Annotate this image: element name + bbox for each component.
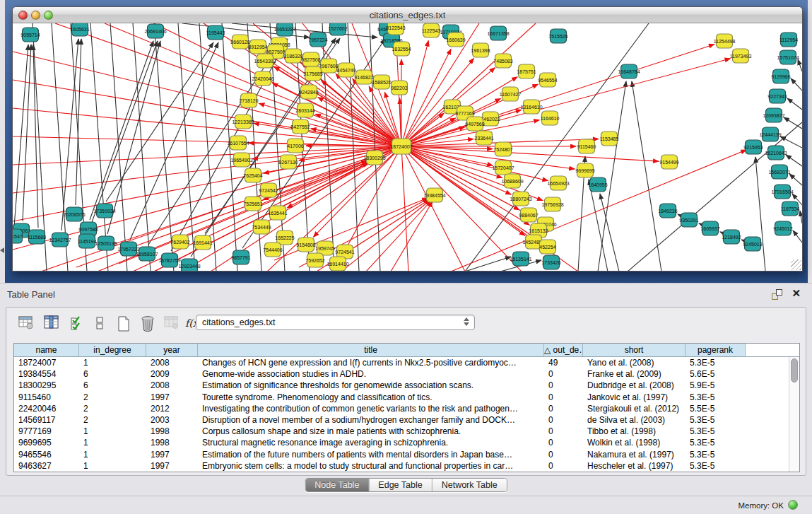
- table-cell[interactable]: 2008: [146, 380, 198, 391]
- graph-node[interactable]: 1660639: [446, 33, 465, 47]
- graph-node[interactable]: 1588520: [372, 75, 391, 89]
- table-cell[interactable]: Tourette syndrome. Phenomenology and cla…: [198, 392, 544, 403]
- graph-node[interactable]: 19756928: [541, 197, 563, 211]
- graph-node[interactable]: 417006: [287, 139, 303, 153]
- table-cell[interactable]: 1997: [146, 449, 198, 460]
- table-cell[interactable]: 0: [544, 380, 583, 391]
- graph-node[interactable]: 16543392: [254, 54, 276, 68]
- table-row[interactable]: 1456911722003Disruption of a novel membe…: [14, 414, 799, 426]
- tab-node-table[interactable]: Node Table: [305, 479, 369, 491]
- table-cell[interactable]: 2009: [146, 368, 198, 380]
- graph-node[interactable]: 9154808: [296, 238, 315, 252]
- table-cell[interactable]: Jankovic et al. (1997): [583, 392, 686, 403]
- graph-node[interactable]: 9055714: [20, 28, 40, 42]
- graph-node[interactable]: 2718126: [239, 93, 258, 107]
- graph-node[interactable]: 2336441: [474, 131, 493, 145]
- graph-node[interactable]: 9546554: [538, 73, 557, 87]
- panel-collapse-arrow-icon[interactable]: [0, 247, 4, 253]
- table-row[interactable]: 969969511998Structural magnetic resonanc…: [14, 437, 799, 448]
- graph-node[interactable]: 15135141: [510, 252, 531, 266]
- graph-node[interactable]: 16648784: [618, 64, 640, 78]
- table-cell[interactable]: 1: [79, 357, 146, 368]
- table-cell[interactable]: Changes of HCN gene expression and I(f) …: [198, 357, 544, 368]
- table-cell[interactable]: 22420046: [14, 403, 79, 414]
- table-mode-icon[interactable]: [16, 313, 36, 333]
- column-header-outde[interactable]: △ out_de…: [544, 344, 583, 356]
- graph-node[interactable]: 1218492: [722, 230, 741, 244]
- graph-node[interactable]: 17016504: [771, 185, 793, 199]
- table-cell[interactable]: 0: [544, 460, 583, 472]
- graph-node[interactable]: 9115460: [577, 139, 596, 153]
- column-header-title[interactable]: title: [198, 344, 544, 356]
- table-cell[interactable]: 6: [79, 380, 146, 391]
- graph-node[interactable]: 18300295: [363, 151, 385, 165]
- graph-node[interactable]: 9242848: [299, 85, 318, 99]
- graph-node[interactable]: 1122543: [422, 23, 441, 37]
- table-cell[interactable]: 9115460: [14, 392, 79, 403]
- graph-node[interactable]: 9699695: [575, 163, 594, 177]
- table-cell[interactable]: 6: [79, 368, 146, 380]
- graph-node[interactable]: 8454749: [336, 63, 355, 77]
- graph-node[interactable]: 1640955: [588, 177, 607, 192]
- graph-node[interactable]: 8912954: [248, 40, 267, 54]
- table-cell[interactable]: 9465546: [14, 449, 79, 460]
- graph-node[interactable]: 1849236: [658, 204, 677, 218]
- graph-node[interactable]: 1112954: [779, 33, 798, 47]
- graph-node[interactable]: 1527602: [328, 23, 347, 35]
- table-cell[interactable]: 5.3E-5: [686, 357, 746, 368]
- table-cell[interactable]: 0: [544, 449, 583, 460]
- graph-node[interactable]: 1164610: [541, 111, 560, 125]
- table-cell[interactable]: 1998: [146, 437, 198, 448]
- graph-node[interactable]: 12213363: [232, 115, 254, 129]
- graph-node[interactable]: 11254498: [714, 34, 736, 48]
- table-cell[interactable]: Nakamura et al. (1997): [583, 449, 686, 460]
- table-cell[interactable]: 5.5E-5: [686, 403, 746, 414]
- graph-node[interactable]: 9245013: [743, 237, 762, 251]
- graph-node[interactable]: 9154499: [659, 155, 678, 169]
- graph-node[interactable]: 8660128: [230, 35, 249, 49]
- graph-node[interactable]: 3175685: [303, 66, 322, 81]
- table-cell[interactable]: Tibbo et al. (1998): [583, 426, 686, 437]
- delete-column-icon[interactable]: [138, 313, 158, 333]
- graph-node[interactable]: 7524807: [493, 142, 512, 156]
- table-cell[interactable]: 1998: [146, 426, 198, 437]
- column-header-name[interactable]: name: [14, 344, 79, 356]
- table-cell[interactable]: 18724007: [14, 357, 79, 368]
- table-cell[interactable]: 5.3E-5: [686, 437, 746, 448]
- graph-node[interactable]: 7525651: [243, 197, 262, 211]
- select-all-icon[interactable]: [67, 313, 87, 333]
- graph-node[interactable]: 1167534: [781, 201, 800, 216]
- graph-node[interactable]: 10653287: [273, 23, 295, 36]
- table-cell[interactable]: 1997: [146, 460, 198, 472]
- graph-node[interactable]: 9724542: [259, 183, 278, 197]
- network-canvas[interactable]: 9055714160563120691406119544310653287152…: [13, 23, 802, 271]
- graph-node[interactable]: 10688609: [501, 174, 523, 188]
- table-cell[interactable]: 5.9E-5: [686, 380, 746, 391]
- graph-node[interactable]: 8122543: [386, 23, 405, 35]
- graph-node[interactable]: 7625404: [243, 168, 262, 182]
- graph-node[interactable]: 19654903: [230, 153, 252, 167]
- table-cell[interactable]: Hescheler et al. (1997): [583, 460, 686, 472]
- table-cell[interactable]: Corpus callosum shape and size in male p…: [198, 426, 544, 437]
- tab-edge-table[interactable]: Edge Table: [369, 479, 432, 491]
- graph-node[interactable]: 9857791: [231, 250, 250, 264]
- table-row[interactable]: 946362711997Embryonic stem cells: a mode…: [14, 460, 799, 472]
- graph-node[interactable]: 16914410: [326, 257, 348, 271]
- graph-node[interactable]: 1635441: [268, 206, 287, 220]
- graph-node[interactable]: 16958107: [136, 247, 158, 261]
- graph-node[interactable]: 1605631: [70, 23, 89, 36]
- table-cell[interactable]: 5.3E-5: [686, 414, 746, 426]
- graph-node[interactable]: 1961398: [471, 43, 490, 57]
- graph-node[interactable]: 19384554: [423, 188, 445, 202]
- table-cell[interactable]: Estimation of the future numbers of pati…: [198, 449, 544, 460]
- graph-node[interactable]: 1733426: [541, 255, 560, 269]
- graph-node[interactable]: 9350291: [679, 213, 698, 227]
- table-row[interactable]: 2242004622012Investigating the contribut…: [14, 403, 799, 414]
- create-column-icon[interactable]: [114, 313, 134, 333]
- table-cell[interactable]: Disruption of a novel member of a sodium…: [198, 414, 544, 426]
- graph-node[interactable]: 13164610: [520, 100, 542, 114]
- graph-node[interactable]: 9227343: [767, 89, 787, 103]
- table-cell[interactable]: 0: [544, 414, 583, 426]
- table-cell[interactable]: Yano et al. (2008): [583, 357, 686, 368]
- graph-node[interactable]: 12444139: [759, 127, 781, 141]
